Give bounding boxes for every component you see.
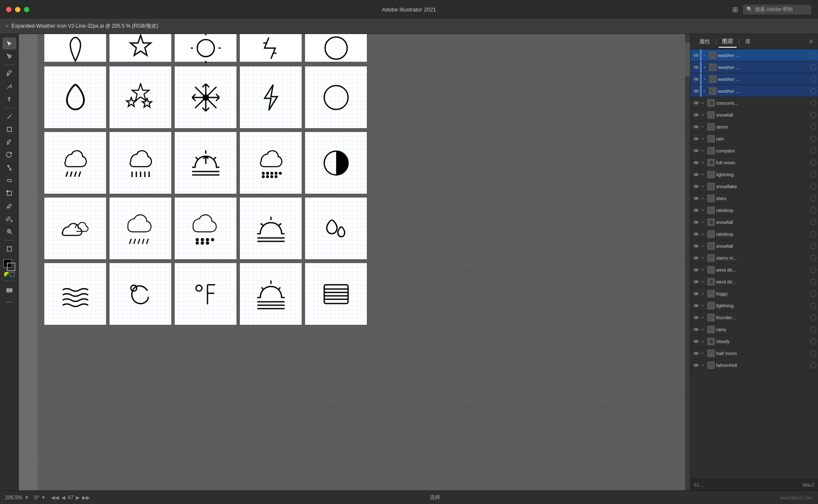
layer-visibility-toggle[interactable]	[692, 195, 700, 202]
layer-visibility-toggle[interactable]	[692, 278, 700, 286]
layer-item[interactable]: foggy	[691, 288, 818, 300]
layer-target-circle[interactable]	[810, 338, 816, 344]
layer-visibility-toggle[interactable]	[692, 349, 700, 357]
layer-target-circle[interactable]	[810, 267, 816, 273]
layer-target-circle[interactable]	[810, 219, 816, 225]
layer-expand-arrow[interactable]	[700, 291, 706, 297]
canvas-area[interactable]	[19, 34, 690, 490]
layer-visibility-toggle[interactable]	[692, 159, 700, 166]
layer-item[interactable]: weather ...	[691, 61, 818, 73]
layer-target-circle[interactable]	[810, 207, 816, 213]
layer-target-circle[interactable]	[810, 303, 816, 309]
layer-visibility-toggle[interactable]	[692, 87, 700, 95]
panel-menu-button[interactable]: ≡	[809, 38, 813, 46]
nav-last-button[interactable]: ▶▶	[82, 495, 90, 501]
layer-item[interactable]: lightning	[691, 169, 818, 180]
tool-add-anchor[interactable]	[3, 80, 16, 92]
layer-item[interactable]: wind dir...	[691, 264, 818, 276]
layer-item[interactable]: fahrenheit	[691, 359, 818, 371]
tool-select[interactable]	[3, 37, 16, 49]
layer-expand-arrow[interactable]	[702, 88, 708, 94]
layer-expand-arrow[interactable]	[700, 338, 706, 344]
layer-visibility-toggle[interactable]	[692, 326, 700, 333]
layer-visibility-toggle[interactable]	[692, 99, 700, 107]
layer-visibility-toggle[interactable]	[692, 218, 700, 226]
layer-visibility-toggle[interactable]	[692, 254, 700, 262]
layer-visibility-toggle[interactable]	[692, 266, 700, 274]
layer-target-circle[interactable]	[810, 231, 816, 237]
layer-item[interactable]: starry ni...	[691, 252, 818, 264]
layer-target-circle[interactable]	[810, 160, 816, 166]
layer-target-circle[interactable]	[810, 136, 816, 142]
layer-target-circle[interactable]	[810, 291, 816, 297]
layer-expand-arrow[interactable]	[700, 255, 706, 261]
layer-item[interactable]: rain	[691, 133, 818, 145]
layer-visibility-toggle[interactable]	[692, 230, 700, 238]
layer-expand-arrow[interactable]	[700, 100, 706, 106]
layer-target-circle[interactable]	[810, 76, 816, 82]
layer-visibility-toggle[interactable]	[692, 338, 700, 345]
layer-expand-arrow[interactable]	[700, 362, 706, 368]
layer-item[interactable]: cloudy	[691, 335, 818, 347]
layer-target-circle[interactable]	[810, 183, 816, 189]
layer-item[interactable]: full moon	[691, 157, 818, 169]
tool-direct-select[interactable]	[3, 50, 16, 62]
layer-expand-arrow[interactable]	[700, 231, 706, 237]
layer-visibility-toggle[interactable]	[692, 63, 700, 71]
layer-item[interactable]: crescent...	[691, 97, 818, 109]
layer-item[interactable]: rainy	[691, 324, 818, 335]
layer-target-circle[interactable]	[810, 315, 816, 321]
layer-item[interactable]: lightning	[691, 300, 818, 312]
tab-library[interactable]: 库	[742, 36, 754, 47]
layer-item[interactable]: storm	[691, 121, 818, 133]
layer-expand-arrow[interactable]	[700, 207, 706, 213]
layer-visibility-toggle[interactable]	[692, 75, 700, 83]
layer-item[interactable]: snowfall	[691, 109, 818, 121]
layer-item[interactable]: compass	[691, 145, 818, 157]
layer-expand-arrow[interactable]	[702, 64, 708, 70]
layer-item[interactable]: raindrop	[691, 204, 818, 216]
layer-item[interactable]: stars	[691, 192, 818, 204]
layer-item[interactable]: wind dir...	[691, 276, 818, 288]
layer-item[interactable]: weather ...	[691, 49, 818, 61]
layer-target-circle[interactable]	[810, 255, 816, 261]
tab-close-button[interactable]: ✕	[5, 23, 9, 29]
layer-item[interactable]: weather ...	[691, 85, 818, 97]
tool-warp[interactable]	[3, 175, 16, 186]
maximize-button[interactable]	[24, 7, 29, 12]
tool-zoom[interactable]	[3, 226, 16, 238]
tool-rect[interactable]	[3, 123, 16, 135]
layer-visibility-toggle[interactable]	[692, 361, 700, 369]
layer-expand-arrow[interactable]	[700, 326, 706, 332]
minimize-button[interactable]	[15, 7, 20, 12]
layer-visibility-toggle[interactable]	[692, 314, 700, 321]
layer-expand-arrow[interactable]	[700, 350, 706, 356]
layer-visibility-toggle[interactable]	[692, 147, 700, 155]
layer-target-circle[interactable]	[810, 124, 816, 130]
layer-item[interactable]: raindrop	[691, 228, 818, 240]
nav-next-button[interactable]: ▶	[76, 495, 80, 501]
layer-visibility-toggle[interactable]	[692, 171, 700, 178]
tool-scale[interactable]	[3, 162, 16, 174]
nav-first-button[interactable]: ◀◀	[51, 495, 59, 501]
tool-more[interactable]: ···	[3, 296, 16, 308]
layer-visibility-toggle[interactable]	[692, 135, 700, 143]
layer-expand-arrow[interactable]	[700, 243, 706, 249]
fill-stroke-box[interactable]	[3, 259, 15, 271]
layer-target-circle[interactable]	[810, 88, 816, 94]
layer-expand-arrow[interactable]	[702, 76, 708, 82]
layer-visibility-toggle[interactable]	[692, 302, 700, 309]
layer-item[interactable]: thunder...	[691, 312, 818, 324]
layer-expand-arrow[interactable]	[700, 136, 706, 142]
layer-target-circle[interactable]	[810, 243, 816, 249]
layer-item[interactable]: half moon	[691, 347, 818, 359]
rotation-dropdown-icon[interactable]: ▼	[41, 495, 46, 501]
layer-item[interactable]: snowfall	[691, 240, 818, 252]
tool-free-transform[interactable]	[3, 187, 16, 199]
layer-expand-arrow[interactable]	[700, 219, 706, 225]
layer-target-circle[interactable]	[810, 64, 816, 70]
layer-expand-arrow[interactable]	[700, 267, 706, 273]
tool-type[interactable]: T	[3, 93, 16, 105]
layer-target-circle[interactable]	[810, 350, 816, 356]
tool-line[interactable]	[3, 111, 16, 123]
